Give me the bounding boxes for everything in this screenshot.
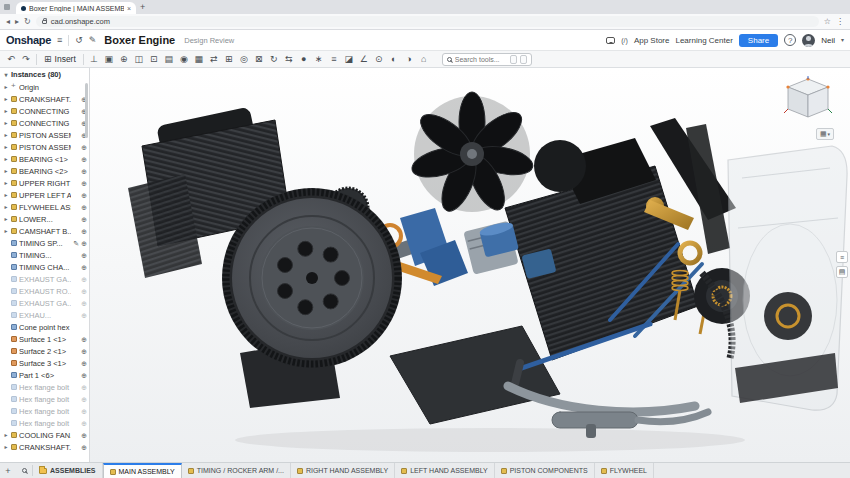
mate-badge-icon[interactable] [81, 420, 87, 427]
mate-badge-icon[interactable] [81, 240, 87, 247]
onshape-logo[interactable]: Onshape [6, 34, 51, 46]
bom-panel-button[interactable]: ≡ [836, 251, 848, 263]
mate-badge-icon[interactable] [81, 204, 87, 211]
comment-icon[interactable] [606, 37, 615, 44]
close-tab-icon[interactable]: × [127, 5, 131, 12]
instance-row[interactable]: COOLING FAN... [0, 429, 89, 441]
replicate-icon[interactable]: ▦ [192, 53, 206, 66]
search-tools-input[interactable] [455, 56, 507, 63]
instance-row[interactable]: Origin [0, 81, 89, 93]
share-button[interactable]: Share [739, 34, 778, 47]
mate-badge-icon[interactable] [81, 192, 87, 199]
browser-tab[interactable]: Boxer Engine | MAIN ASSEMB... × [16, 2, 136, 14]
document-tab[interactable]: TIMING / ROCKER ARM /... [182, 463, 291, 478]
learning-center-link[interactable]: Learning Center [675, 36, 732, 45]
chevron-right-icon[interactable] [3, 228, 9, 234]
instance-row[interactable]: Surface 3 <1> [0, 357, 89, 369]
instance-row[interactable]: PISTON ASSEMBLY ... [0, 141, 89, 153]
assemblies-folder-tab[interactable]: ASSEMBLIES [33, 463, 103, 478]
chevron-right-icon[interactable] [3, 192, 9, 198]
instance-row[interactable]: CRANKSHAFT... [0, 93, 89, 105]
transparent-housing[interactable] [728, 146, 847, 410]
versions-history-icon[interactable]: ↺ [75, 36, 83, 45]
mate-badge-icon[interactable] [81, 336, 87, 343]
chevron-right-icon[interactable] [3, 168, 9, 174]
instance-row[interactable]: CRANKSHAFT... [0, 441, 89, 453]
instance-row[interactable]: EXHAUST RO... [0, 285, 89, 297]
mate-badge-icon[interactable] [81, 408, 87, 415]
transform-icon[interactable]: ⇄ [207, 53, 221, 66]
document-tab[interactable]: PISTON COMPONENTS [495, 463, 595, 478]
sidebar-scrollbar[interactable] [85, 83, 88, 138]
mate-badge-icon[interactable] [81, 384, 87, 391]
instance-row[interactable]: BEARING <2> [0, 165, 89, 177]
instance-row[interactable]: BEARING <1> [0, 153, 89, 165]
mass-properties-icon[interactable]: ⊙ [372, 53, 386, 66]
document-tab[interactable]: MAIN ASSEMBLY [103, 463, 182, 478]
new-tab-button[interactable]: + [140, 2, 145, 12]
undo-icon[interactable]: ↶ [4, 53, 18, 66]
mate-badge-icon[interactable] [81, 168, 87, 175]
mate-badge-icon[interactable] [81, 144, 87, 151]
instance-row[interactable]: Hex flange bolt 1/4... [0, 381, 89, 393]
url-bar[interactable]: cad.onshape.com [36, 16, 819, 27]
view-cube[interactable] [782, 76, 834, 122]
bom-icon[interactable]: ≡ [327, 53, 341, 66]
document-tab[interactable]: LEFT HAND ASSEMBLY [395, 463, 495, 478]
mate-badge-icon[interactable] [81, 252, 87, 259]
mate-icon[interactable]: ⊥ [87, 53, 101, 66]
mate-badge-icon[interactable] [81, 360, 87, 367]
instance-row[interactable]: CONNECTING ROD A... [0, 117, 89, 129]
chevron-right-icon[interactable] [3, 144, 9, 150]
chevron-right-icon[interactable] [3, 96, 9, 102]
3d-viewport[interactable]: ▦ ▾ ≡ ▤ [90, 68, 850, 462]
appearance-icon[interactable]: ◐ [387, 53, 401, 66]
instance-row[interactable]: UPPER RIGHT ASSE... [0, 177, 89, 189]
instance-row[interactable]: CAMSHAFT B... [0, 225, 89, 237]
mate-badge-icon[interactable] [81, 312, 87, 319]
instance-row[interactable]: Cone point hex socke... [0, 321, 89, 333]
instance-row[interactable]: EXHAUST GA... [0, 273, 89, 285]
named-positions-icon[interactable]: ◫ [132, 53, 146, 66]
chevron-right-icon[interactable] [3, 156, 9, 162]
instance-row[interactable]: TIMING CHA... [0, 261, 89, 273]
search-tabs-button[interactable] [16, 463, 32, 478]
instance-row[interactable]: Hex flange bolt 1/4-2... [0, 393, 89, 405]
redo-icon[interactable]: ↷ [19, 53, 33, 66]
user-avatar[interactable] [802, 34, 815, 47]
oil-sump[interactable] [390, 326, 560, 424]
instance-row[interactable]: EXHAUST GA... [0, 297, 89, 309]
mate-badge-icon[interactable] [81, 276, 87, 283]
snapshot-icon[interactable]: ⊡ [147, 53, 161, 66]
chevron-right-icon[interactable] [3, 216, 9, 222]
view-options-button[interactable]: ▦ ▾ [816, 128, 834, 140]
flywheel[interactable] [222, 188, 402, 368]
linear-pattern-icon[interactable]: ▤ [162, 53, 176, 66]
star-icon[interactable]: ☆ [824, 18, 831, 26]
mate-badge-icon[interactable] [81, 156, 87, 163]
instance-row[interactable]: EXHAU... [0, 309, 89, 321]
mate-badge-icon[interactable] [81, 372, 87, 379]
instance-row[interactable]: Hex flange bolt 1/4-2... [0, 417, 89, 429]
revolute-icon[interactable]: ↻ [267, 53, 281, 66]
add-tab-button[interactable]: + [0, 463, 16, 478]
chevron-right-icon[interactable] [3, 180, 9, 186]
fastened-icon[interactable]: ⊠ [252, 53, 266, 66]
document-version[interactable]: Design Review [184, 36, 234, 45]
chevron-right-icon[interactable] [3, 444, 9, 450]
chevron-right-icon[interactable] [3, 108, 9, 114]
instance-row[interactable]: Surface 1 <1> [0, 333, 89, 345]
circular-pattern-icon[interactable]: ◉ [177, 53, 191, 66]
ball-icon[interactable]: ● [297, 53, 311, 66]
mate-badge-icon[interactable] [81, 396, 87, 403]
mate-badge-icon[interactable] [81, 432, 87, 439]
chevron-right-icon[interactable] [3, 204, 9, 210]
help-icon[interactable]: ? [784, 34, 796, 46]
edit-document-icon[interactable]: ✎ [89, 36, 97, 45]
back-icon[interactable]: ◂ [6, 18, 10, 26]
chevron-right-icon[interactable] [3, 84, 9, 90]
mate-badge-icon[interactable] [81, 216, 87, 223]
user-name[interactable]: Neil [821, 36, 835, 45]
group-icon[interactable]: ▣ [102, 53, 116, 66]
user-caret-icon[interactable]: ▾ [841, 37, 844, 43]
